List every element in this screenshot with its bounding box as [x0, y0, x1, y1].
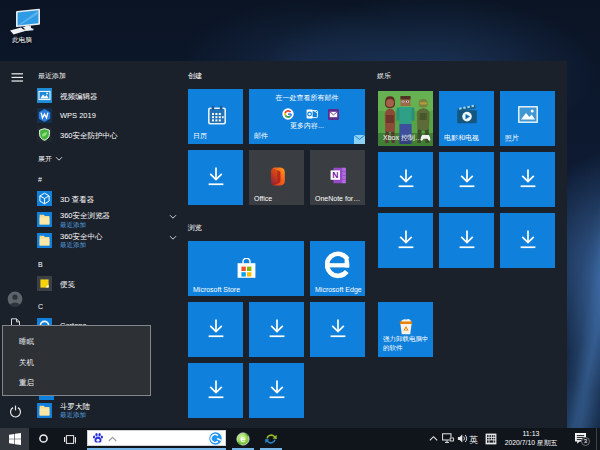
onenote-icon: N [330, 167, 347, 184]
app-item-wps-2019[interactable]: WPS 2019 [37, 108, 177, 124]
tile-pending-download[interactable] [378, 152, 433, 207]
cortana-ring-icon [39, 434, 48, 443]
group-header-browse: 浏览 [188, 223, 202, 233]
tile-uninstaller[interactable]: 强力卸载电脑中的软件 [378, 302, 433, 357]
tile-pending-download[interactable] [500, 152, 555, 207]
app-item-douluo[interactable]: 斗罗大陆 最近添加 [37, 402, 177, 423]
tile-onenote[interactable]: N OneNote for… [310, 150, 365, 205]
action-center-button[interactable]: 3 [572, 430, 592, 448]
tray-expand-chevron-icon[interactable] [429, 435, 438, 442]
tile-pending-download[interactable] [249, 302, 304, 357]
outlook-icon [306, 109, 318, 119]
app-item-360-browser[interactable]: 360安全浏览器 最近添加 [37, 211, 177, 232]
tile-pending-download[interactable] [188, 363, 243, 418]
menu-item-sleep[interactable]: 睡眠 [19, 337, 34, 347]
taskbar-app-sync[interactable] [260, 428, 282, 450]
tile-movies-tv[interactable]: 电影和电视 [439, 91, 494, 146]
3d-viewer-icon [37, 191, 52, 206]
mail-service-icon [328, 109, 339, 120]
taskbar-app-360browser[interactable]: e [232, 428, 254, 450]
user-avatar-button[interactable] [7, 291, 23, 307]
app-sublabel-recent: 最近添加 [60, 411, 86, 420]
section-header-hash[interactable]: # [38, 176, 42, 183]
office-icon [269, 167, 285, 186]
ime-indicator[interactable]: 英 [469, 434, 478, 447]
tile-pending-download[interactable] [310, 302, 365, 357]
task-view-icon [64, 434, 76, 445]
tile-calendar[interactable]: 日历 [188, 89, 243, 144]
tile-label: Xbox 控制… [383, 133, 422, 143]
desktop-icon-this-pc[interactable]: 此电脑 [2, 5, 48, 45]
uninstaller-trash-icon [397, 318, 415, 335]
360-browser-icon: e [236, 432, 250, 446]
task-view-button[interactable] [59, 428, 79, 450]
tile-mail[interactable]: 在一处查看所有邮件 更多内容... 邮件 [249, 89, 365, 144]
touch-keyboard-icon[interactable] [485, 433, 497, 445]
tile-label: 强力卸载电脑中的软件 [383, 335, 433, 352]
speaker-icon[interactable] [457, 433, 468, 444]
app-item-360-security-center[interactable]: 360安全防护中心 [37, 127, 177, 143]
app-label: WPS 2019 [60, 111, 96, 120]
cortana-button[interactable] [33, 428, 53, 450]
app-item-video-editor[interactable]: 视频编辑器 [37, 88, 177, 104]
network-icon[interactable] [442, 433, 454, 444]
hamburger-icon [9, 70, 29, 86]
app-item-3d-viewer[interactable]: 3D 查看器 [37, 191, 177, 207]
app-sublabel-recent: 最近添加 [60, 221, 86, 230]
download-arrow-icon [268, 319, 286, 340]
tile-microsoft-store[interactable]: Microsoft Store [188, 241, 304, 296]
calendar-icon [207, 105, 227, 126]
clock[interactable]: 11:13 2020/7/10 星期五 [500, 430, 562, 448]
tile-pending-download[interactable] [500, 213, 555, 268]
tile-pending-download[interactable] [188, 150, 243, 205]
download-arrow-icon [268, 380, 286, 401]
download-arrow-icon [519, 230, 537, 251]
show-desktop-button[interactable] [596, 428, 600, 450]
tile-office[interactable]: Office [249, 150, 304, 205]
mail-badge-icon [354, 135, 365, 144]
expand-label: 展开 [38, 154, 52, 164]
tile-label: Microsoft Store [193, 286, 240, 293]
app-label: 便笺 [60, 280, 75, 290]
expand-button[interactable]: 展开 [38, 154, 98, 166]
tile-photos[interactable]: 照片 [500, 91, 555, 146]
app-sublabel-recent: 最近添加 [60, 241, 86, 250]
app-item-360-center[interactable]: 360安全中心 最近添加 [37, 232, 177, 253]
menu-item-restart[interactable]: 重启 [19, 378, 34, 388]
mail-tile-more: 更多内容... [249, 121, 365, 131]
tile-pending-download[interactable] [439, 213, 494, 268]
this-pc-label: 此电脑 [0, 36, 45, 45]
group-header-entertainment: 娱乐 [377, 71, 391, 81]
power-button[interactable] [9, 404, 22, 417]
search-box[interactable] [87, 430, 226, 446]
chevron-down-icon[interactable] [169, 214, 177, 220]
download-arrow-icon [458, 230, 476, 251]
video-editor-icon [37, 88, 52, 103]
section-header-c[interactable]: C [38, 303, 43, 310]
section-header-b[interactable]: B [38, 261, 43, 268]
tile-xbox[interactable]: Xbox 控制… [378, 91, 433, 146]
mail-tile-title: 在一处查看所有邮件 [249, 93, 365, 103]
windows-logo-icon [9, 433, 21, 445]
menu-hamburger-button[interactable] [9, 70, 29, 86]
this-pc-icon [8, 7, 44, 37]
tile-pending-download[interactable] [249, 363, 304, 418]
group-header-create: 创建 [188, 71, 202, 81]
menu-item-shutdown[interactable]: 关机 [19, 358, 34, 368]
tile-pending-download[interactable] [188, 302, 243, 357]
tile-label: 日历 [193, 131, 207, 141]
app-label: 360安全中心 [60, 232, 103, 242]
baidu-search-icon [209, 432, 222, 445]
chevron-down-icon[interactable] [169, 235, 177, 241]
app-label: 3D 查看器 [60, 195, 94, 205]
sticky-notes-icon [37, 276, 52, 291]
download-arrow-icon [207, 167, 225, 188]
tile-microsoft-edge[interactable]: Microsoft Edge [310, 241, 365, 296]
tile-label: 电影和电视 [444, 133, 479, 143]
tile-pending-download[interactable] [378, 213, 433, 268]
app-item-sticky-notes[interactable]: 便笺 [37, 276, 177, 292]
start-button[interactable] [0, 428, 29, 450]
tile-pending-download[interactable] [439, 152, 494, 207]
tile-label: Microsoft Edge [315, 286, 362, 293]
google-icon [282, 108, 294, 120]
